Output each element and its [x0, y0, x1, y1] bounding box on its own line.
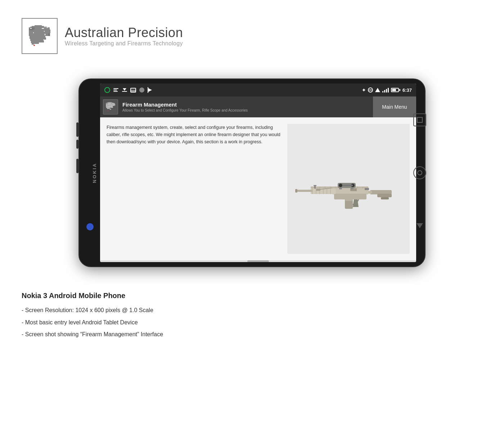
scroll-indicator	[100, 260, 416, 262]
svg-rect-34	[32, 43, 34, 45]
minus-circle-icon	[368, 87, 373, 93]
status-icons-right: ✦	[362, 87, 412, 93]
image-icon	[130, 87, 136, 93]
svg-rect-98	[365, 188, 369, 190]
bluetooth-icon: ✦	[362, 87, 366, 93]
svg-rect-11	[29, 30, 33, 33]
svg-rect-1	[30, 27, 32, 28]
volume-up-button[interactable]	[76, 122, 78, 137]
power-button[interactable]	[76, 159, 78, 173]
svg-rect-60	[108, 107, 110, 108]
svg-rect-101	[314, 185, 316, 186]
app-logo-thumbnail	[103, 99, 118, 114]
svg-rect-47	[112, 103, 113, 104]
svg-rect-39	[107, 103, 107, 104]
svg-rect-41	[108, 102, 109, 103]
indicator-light	[86, 223, 94, 230]
home-button[interactable]	[413, 166, 426, 179]
svg-rect-105	[342, 185, 353, 186]
brand-label: NOKIA	[92, 163, 97, 183]
phone-device: NOKIA	[79, 79, 425, 266]
svg-rect-64	[109, 109, 111, 110]
svg-rect-21	[30, 36, 34, 39]
logo-box	[22, 18, 58, 54]
svg-rect-24	[45, 33, 48, 36]
phone-screen: ✦	[100, 84, 416, 262]
svg-rect-38	[106, 103, 107, 104]
svg-rect-5	[29, 29, 32, 30]
svg-rect-61	[110, 107, 113, 108]
header: Australian Precision Wireless Targeting …	[0, 0, 504, 65]
svg-rect-67	[377, 194, 392, 197]
company-tagline: Wireless Targeting and Firearms Technolo…	[65, 40, 183, 47]
svg-rect-20	[48, 30, 50, 33]
logo-text: Australian Precision Wireless Targeting …	[65, 25, 183, 47]
svg-rect-32	[37, 40, 41, 42]
svg-rect-9	[42, 26, 44, 28]
rifle-image	[294, 169, 402, 209]
svg-rect-49	[106, 104, 108, 105]
app-logo-icon	[105, 102, 116, 112]
svg-rect-71	[334, 194, 366, 199]
device-spec-1: - Screen Resolution: 1024 x 600 pixels @…	[22, 306, 482, 315]
app-description-text: Firearms management system, create, sele…	[107, 124, 281, 254]
svg-rect-57	[113, 104, 114, 106]
svg-rect-3	[35, 25, 37, 27]
svg-rect-35	[34, 42, 37, 44]
svg-rect-96	[316, 189, 320, 191]
status-time: 6:37	[402, 87, 412, 93]
svg-rect-42	[109, 102, 111, 103]
svg-rect-73	[345, 199, 352, 201]
svg-rect-43	[106, 104, 107, 104]
australia-map-icon	[27, 24, 52, 48]
status-icons-left	[104, 87, 153, 93]
svg-rect-2	[32, 26, 35, 27]
svg-rect-68	[381, 197, 389, 199]
wifi-icon	[375, 88, 380, 92]
svg-rect-59	[106, 107, 108, 108]
svg-rect-0	[29, 27, 30, 29]
svg-rect-46	[110, 103, 111, 104]
app-header-text: Firearm Management Allows You to Select …	[122, 102, 373, 112]
svg-rect-58	[114, 104, 115, 105]
svg-rect-56	[110, 105, 113, 107]
phone-wrapper: NOKIA	[0, 79, 504, 266]
flag-icon	[148, 87, 153, 93]
phone-nav-buttons	[413, 79, 426, 266]
square-button[interactable]	[413, 113, 426, 126]
device-spec-3: - Screen shot showing “Firearm Managemen…	[22, 330, 482, 339]
svg-rect-12	[33, 30, 39, 32]
status-bar: ✦	[100, 84, 416, 96]
device-title: Nokia 3 Android Mobile Phone	[22, 292, 482, 300]
app-subtitle: Allows You to Select and Configure Your …	[122, 108, 373, 112]
svg-rect-54	[106, 105, 108, 107]
spotify-icon	[104, 87, 110, 93]
signal-icon	[382, 88, 389, 93]
scroll-thumb	[247, 260, 269, 262]
svg-rect-29	[43, 37, 46, 40]
svg-rect-50	[108, 104, 110, 105]
svg-rect-33	[41, 40, 44, 42]
svg-rect-26	[30, 39, 34, 41]
svg-rect-36	[37, 42, 39, 44]
svg-rect-22	[34, 35, 39, 38]
svg-rect-25	[48, 33, 50, 36]
back-button[interactable]	[413, 219, 426, 232]
svg-rect-13	[39, 29, 44, 32]
volume-down-button[interactable]	[76, 140, 78, 149]
download-icon	[122, 87, 127, 93]
svg-point-37	[33, 45, 35, 46]
company-name: Australian Precision	[65, 25, 183, 40]
svg-point-65	[108, 111, 109, 111]
main-menu-button[interactable]: Main Menu	[373, 96, 416, 117]
svg-rect-4	[37, 25, 42, 27]
svg-rect-28	[38, 37, 43, 40]
svg-rect-40	[107, 103, 108, 103]
moon-icon	[139, 87, 145, 93]
svg-rect-45	[108, 103, 110, 104]
svg-rect-7	[35, 27, 39, 30]
svg-rect-30	[31, 41, 34, 43]
svg-rect-16	[29, 33, 34, 36]
svg-rect-18	[39, 32, 45, 35]
svg-point-103	[339, 184, 342, 187]
